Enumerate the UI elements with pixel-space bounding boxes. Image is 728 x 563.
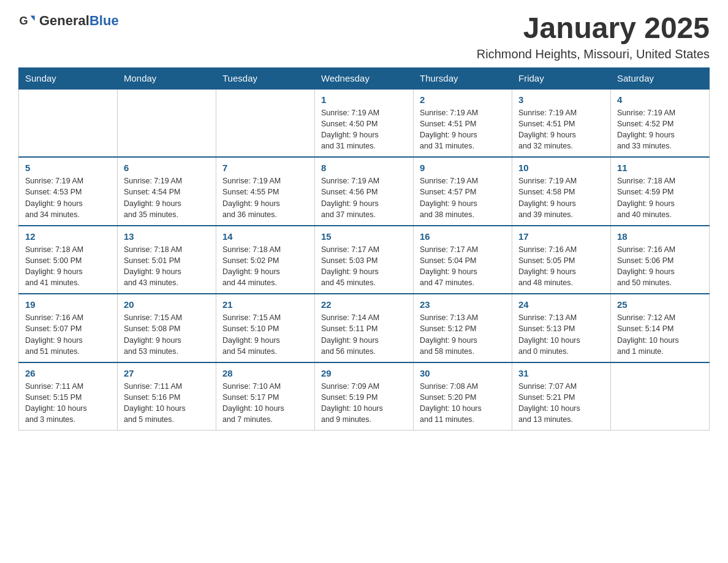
calendar-cell: 15Sunrise: 7:17 AMSunset: 5:03 PMDayligh… [315,226,414,294]
calendar-cell: 26Sunrise: 7:11 AMSunset: 5:15 PMDayligh… [19,362,118,431]
day-info: Sunrise: 7:15 AMSunset: 5:10 PMDaylight:… [222,312,308,357]
day-header-thursday: Thursday [414,67,512,89]
calendar-cell: 20Sunrise: 7:15 AMSunset: 5:08 PMDayligh… [118,294,216,362]
day-info: Sunrise: 7:19 AMSunset: 4:50 PMDaylight:… [321,107,407,152]
week-row-2: 5Sunrise: 7:19 AMSunset: 4:53 PMDaylight… [19,157,710,226]
calendar-cell: 6Sunrise: 7:19 AMSunset: 4:54 PMDaylight… [118,157,216,226]
day-info: Sunrise: 7:13 AMSunset: 5:12 PMDaylight:… [420,312,506,357]
day-number: 11 [617,163,703,173]
day-info: Sunrise: 7:19 AMSunset: 4:56 PMDaylight:… [321,175,407,220]
logo: G GeneralBlue [18,12,119,29]
logo-icon: G [18,12,36,29]
calendar-cell: 18Sunrise: 7:16 AMSunset: 5:06 PMDayligh… [611,226,710,294]
calendar-cell: 3Sunrise: 7:19 AMSunset: 4:51 PMDaylight… [512,89,611,158]
week-row-5: 26Sunrise: 7:11 AMSunset: 5:15 PMDayligh… [19,362,710,431]
month-title: January 2025 [477,12,710,45]
day-number: 21 [222,299,308,310]
day-info: Sunrise: 7:19 AMSunset: 4:51 PMDaylight:… [420,107,506,152]
calendar-cell: 21Sunrise: 7:15 AMSunset: 5:10 PMDayligh… [216,294,315,362]
day-number: 15 [321,231,407,242]
day-header-sunday: Sunday [19,67,118,89]
day-number: 23 [420,299,506,310]
calendar-cell: 5Sunrise: 7:19 AMSunset: 4:53 PMDaylight… [19,157,118,226]
calendar-cell [19,89,118,158]
calendar-cell [611,362,710,431]
day-header-wednesday: Wednesday [315,67,414,89]
day-number: 4 [617,94,703,105]
calendar-table: SundayMondayTuesdayWednesdayThursdayFrid… [18,67,710,431]
day-info: Sunrise: 7:19 AMSunset: 4:53 PMDaylight:… [25,175,111,220]
day-header-monday: Monday [118,67,216,89]
day-info: Sunrise: 7:10 AMSunset: 5:17 PMDaylight:… [222,381,308,426]
calendar-cell [118,89,216,158]
week-row-1: 1Sunrise: 7:19 AMSunset: 4:50 PMDaylight… [19,89,710,158]
day-info: Sunrise: 7:07 AMSunset: 5:21 PMDaylight:… [518,381,604,426]
day-info: Sunrise: 7:18 AMSunset: 4:59 PMDaylight:… [617,175,703,220]
title-block: January 2025 Richmond Heights, Missouri,… [477,12,710,61]
day-number: 14 [222,231,308,242]
day-number: 29 [321,368,407,378]
calendar-cell: 27Sunrise: 7:11 AMSunset: 5:16 PMDayligh… [118,362,216,431]
day-info: Sunrise: 7:15 AMSunset: 5:08 PMDaylight:… [124,312,210,357]
day-number: 13 [124,231,210,242]
day-info: Sunrise: 7:11 AMSunset: 5:15 PMDaylight:… [25,381,111,426]
day-number: 20 [124,299,210,310]
day-info: Sunrise: 7:19 AMSunset: 4:54 PMDaylight:… [124,175,210,220]
calendar-cell: 17Sunrise: 7:16 AMSunset: 5:05 PMDayligh… [512,226,611,294]
calendar-cell: 9Sunrise: 7:19 AMSunset: 4:57 PMDaylight… [414,157,512,226]
day-headers-row: SundayMondayTuesdayWednesdayThursdayFrid… [19,67,710,89]
calendar-cell: 11Sunrise: 7:18 AMSunset: 4:59 PMDayligh… [611,157,710,226]
day-info: Sunrise: 7:19 AMSunset: 4:58 PMDaylight:… [518,175,604,220]
day-number: 2 [420,94,506,105]
calendar-cell: 31Sunrise: 7:07 AMSunset: 5:21 PMDayligh… [512,362,611,431]
day-info: Sunrise: 7:19 AMSunset: 4:55 PMDaylight:… [222,175,308,220]
calendar-cell: 2Sunrise: 7:19 AMSunset: 4:51 PMDaylight… [414,89,512,158]
calendar-cell: 13Sunrise: 7:18 AMSunset: 5:01 PMDayligh… [118,226,216,294]
day-info: Sunrise: 7:19 AMSunset: 4:52 PMDaylight:… [617,107,703,152]
day-number: 17 [518,231,604,242]
day-number: 27 [124,368,210,378]
svg-text:G: G [19,15,28,27]
day-info: Sunrise: 7:11 AMSunset: 5:16 PMDaylight:… [124,381,210,426]
calendar-cell: 12Sunrise: 7:18 AMSunset: 5:00 PMDayligh… [19,226,118,294]
day-number: 1 [321,94,407,105]
day-number: 28 [222,368,308,378]
day-info: Sunrise: 7:09 AMSunset: 5:19 PMDaylight:… [321,381,407,426]
day-number: 16 [420,231,506,242]
calendar-cell: 22Sunrise: 7:14 AMSunset: 5:11 PMDayligh… [315,294,414,362]
calendar-cell: 29Sunrise: 7:09 AMSunset: 5:19 PMDayligh… [315,362,414,431]
day-info: Sunrise: 7:19 AMSunset: 4:51 PMDaylight:… [518,107,604,152]
day-header-tuesday: Tuesday [216,67,315,89]
calendar-cell: 24Sunrise: 7:13 AMSunset: 5:13 PMDayligh… [512,294,611,362]
svg-marker-1 [31,16,35,21]
day-info: Sunrise: 7:18 AMSunset: 5:00 PMDaylight:… [25,244,111,289]
page-header: G GeneralBlue January 2025 Richmond Heig… [18,12,710,61]
logo-text-general: General [39,13,89,28]
day-info: Sunrise: 7:19 AMSunset: 4:57 PMDaylight:… [420,175,506,220]
day-info: Sunrise: 7:17 AMSunset: 5:04 PMDaylight:… [420,244,506,289]
calendar-cell: 28Sunrise: 7:10 AMSunset: 5:17 PMDayligh… [216,362,315,431]
calendar-cell: 7Sunrise: 7:19 AMSunset: 4:55 PMDaylight… [216,157,315,226]
day-number: 5 [25,163,111,173]
day-header-friday: Friday [512,67,611,89]
day-number: 6 [124,163,210,173]
calendar-cell: 16Sunrise: 7:17 AMSunset: 5:04 PMDayligh… [414,226,512,294]
week-row-3: 12Sunrise: 7:18 AMSunset: 5:00 PMDayligh… [19,226,710,294]
day-info: Sunrise: 7:08 AMSunset: 5:20 PMDaylight:… [420,381,506,426]
day-number: 8 [321,163,407,173]
logo-text-blue: Blue [89,13,119,28]
day-number: 10 [518,163,604,173]
day-number: 25 [617,299,703,310]
day-number: 9 [420,163,506,173]
calendar-cell [216,89,315,158]
day-number: 19 [25,299,111,310]
day-number: 3 [518,94,604,105]
calendar-cell: 30Sunrise: 7:08 AMSunset: 5:20 PMDayligh… [414,362,512,431]
day-info: Sunrise: 7:18 AMSunset: 5:02 PMDaylight:… [222,244,308,289]
day-info: Sunrise: 7:16 AMSunset: 5:06 PMDaylight:… [617,244,703,289]
day-number: 26 [25,368,111,378]
day-number: 22 [321,299,407,310]
calendar-cell: 19Sunrise: 7:16 AMSunset: 5:07 PMDayligh… [19,294,118,362]
day-info: Sunrise: 7:12 AMSunset: 5:14 PMDaylight:… [617,312,703,357]
calendar-cell: 14Sunrise: 7:18 AMSunset: 5:02 PMDayligh… [216,226,315,294]
